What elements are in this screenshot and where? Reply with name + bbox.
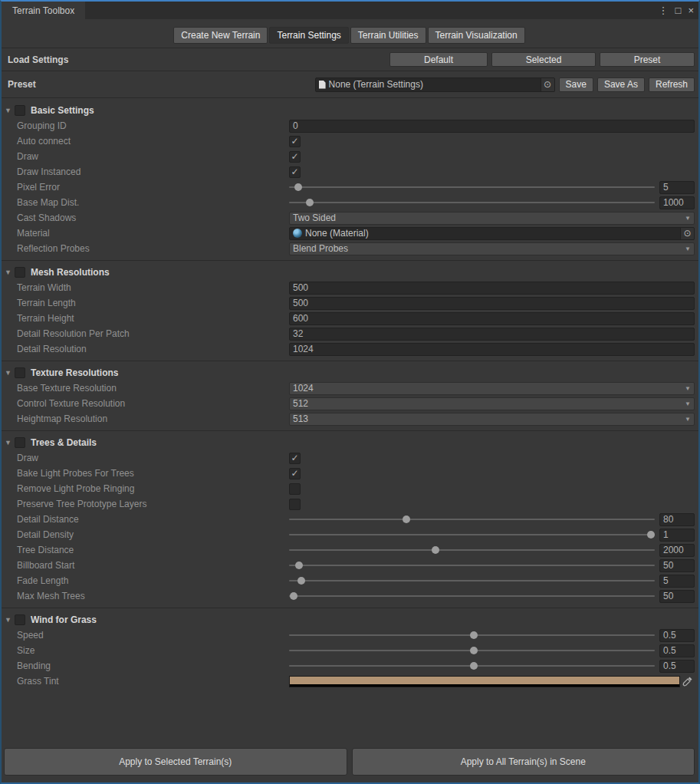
slider-track[interactable]: [289, 542, 655, 558]
foldout-arrow-icon[interactable]: ▼: [5, 268, 15, 276]
base-map-dist-slider[interactable]: 1000: [289, 195, 695, 210]
slider-track[interactable]: [289, 558, 655, 573]
auto-connect-checkbox[interactable]: ✓: [289, 136, 301, 147]
bake-light-probes-for-trees-checkbox[interactable]: ✓: [289, 468, 301, 479]
draw-instanced-checkbox[interactable]: ✓: [289, 166, 301, 178]
max-mesh-trees-slider[interactable]: 50: [289, 588, 695, 604]
slider-knob[interactable]: [647, 531, 655, 539]
close-icon[interactable]: ×: [688, 5, 694, 15]
selected-button[interactable]: Selected: [491, 52, 596, 67]
slider-track[interactable]: [289, 628, 655, 643]
preset-button[interactable]: Preset: [600, 52, 695, 67]
slider-track[interactable]: [289, 573, 655, 588]
section-checkbox[interactable]: [15, 437, 25, 448]
slider-track[interactable]: [289, 588, 655, 604]
kebab-menu-icon[interactable]: ⋮: [659, 5, 669, 15]
slider-knob[interactable]: [403, 516, 410, 523]
terrain-width-field[interactable]: 500: [289, 282, 695, 295]
pixel-error-value-field[interactable]: 5: [659, 181, 695, 194]
draw-checkbox[interactable]: ✓: [289, 453, 301, 464]
speed-slider[interactable]: 0.5: [289, 628, 695, 643]
slider-knob[interactable]: [295, 562, 303, 569]
detail-distance-value-field[interactable]: 80: [659, 513, 695, 526]
detail-resolution-per-patch-field[interactable]: 32: [289, 328, 695, 341]
window-tab[interactable]: Terrain Toolbox: [2, 2, 85, 19]
reflection-probes-dropdown[interactable]: Blend Probes▼: [289, 242, 695, 255]
detail-distance-slider[interactable]: 80: [289, 512, 695, 527]
row-control: ✓: [289, 149, 695, 164]
section-checkbox[interactable]: [15, 267, 25, 278]
bending-slider[interactable]: 0.5: [289, 658, 695, 674]
slider-knob[interactable]: [297, 577, 305, 585]
slider-knob[interactable]: [470, 631, 478, 639]
tab-create-new-terrain[interactable]: Create New Terrain: [173, 27, 268, 44]
apply-to-selected-terrain-s-button[interactable]: Apply to Selected Terrain(s): [4, 748, 347, 776]
preserve-tree-prototype-layers-checkbox[interactable]: [289, 499, 301, 510]
material-object-field[interactable]: None (Material)⊙: [289, 227, 695, 240]
section-checkbox[interactable]: [15, 105, 25, 116]
row-cast-shadows: Cast ShadowsTwo Sided▼: [2, 210, 698, 226]
save-as-button[interactable]: Save As: [597, 77, 645, 92]
default-button[interactable]: Default: [389, 52, 488, 67]
grass-tint-color-field[interactable]: [289, 674, 695, 689]
base-map-dist-value-field[interactable]: 1000: [659, 196, 695, 209]
billboard-start-value-field[interactable]: 50: [659, 559, 695, 572]
object-picker-icon[interactable]: ⊙: [541, 78, 554, 91]
speed-value-field[interactable]: 0.5: [659, 629, 695, 642]
section-title: Wind for Grass: [31, 614, 97, 625]
size-value-field[interactable]: 0.5: [659, 644, 695, 657]
save-button[interactable]: Save: [559, 77, 593, 92]
heightmap-resolution-dropdown[interactable]: 513▼: [289, 413, 695, 426]
chevron-down-icon: ▼: [685, 400, 691, 407]
detail-density-slider[interactable]: 1: [289, 527, 695, 542]
cast-shadows-dropdown[interactable]: Two Sided▼: [289, 212, 695, 225]
slider-knob[interactable]: [290, 592, 297, 600]
object-picker-icon[interactable]: ⊙: [680, 228, 694, 239]
slider-track[interactable]: [289, 527, 655, 542]
maximize-icon[interactable]: □: [675, 5, 682, 15]
detail-density-value-field[interactable]: 1: [659, 529, 695, 542]
slider-track[interactable]: [289, 512, 655, 527]
slider-knob[interactable]: [432, 546, 439, 554]
slider-track[interactable]: [289, 180, 655, 195]
detail-resolution-field[interactable]: 1024: [289, 343, 695, 356]
terrain-height-field[interactable]: 600: [289, 312, 695, 325]
tab-terrain-visualization[interactable]: Terrain Visualization: [428, 27, 525, 44]
terrain-length-field[interactable]: 500: [289, 297, 695, 310]
base-texture-resolution-dropdown[interactable]: 1024▼: [289, 382, 695, 395]
slider-knob[interactable]: [294, 183, 302, 191]
color-swatch[interactable]: [289, 676, 680, 687]
slider-knob[interactable]: [470, 662, 478, 670]
slider-knob[interactable]: [470, 647, 478, 654]
slider-knob[interactable]: [306, 199, 314, 206]
foldout-arrow-icon[interactable]: ▼: [5, 439, 15, 446]
remove-light-probe-ringing-checkbox[interactable]: [289, 483, 301, 495]
fade-length-slider[interactable]: 5: [289, 573, 695, 588]
apply-to-all-terrain-s-in-scene-button[interactable]: Apply to All Terrain(s) in Scene: [352, 748, 695, 776]
refresh-button[interactable]: Refresh: [649, 77, 695, 92]
pixel-error-slider[interactable]: 5: [289, 180, 695, 195]
slider-track[interactable]: [289, 643, 655, 658]
row-label: Terrain Width: [2, 282, 289, 293]
tab-terrain-settings[interactable]: Terrain Settings: [269, 27, 348, 44]
max-mesh-trees-value-field[interactable]: 50: [659, 590, 695, 603]
slider-track[interactable]: [289, 195, 655, 210]
bending-value-field[interactable]: 0.5: [659, 660, 695, 673]
foldout-arrow-icon[interactable]: ▼: [5, 369, 15, 377]
size-slider[interactable]: 0.5: [289, 643, 695, 658]
tree-distance-value-field[interactable]: 2000: [659, 544, 695, 557]
section-checkbox[interactable]: [15, 614, 25, 625]
control-texture-resolution-dropdown[interactable]: 512▼: [289, 397, 695, 410]
billboard-start-slider[interactable]: 50: [289, 558, 695, 573]
foldout-arrow-icon[interactable]: ▼: [5, 616, 15, 624]
tree-distance-slider[interactable]: 2000: [289, 542, 695, 558]
draw-checkbox[interactable]: ✓: [289, 151, 301, 163]
fade-length-value-field[interactable]: 5: [659, 575, 695, 588]
foldout-arrow-icon[interactable]: ▼: [5, 107, 15, 114]
section-checkbox[interactable]: [15, 367, 25, 378]
tab-terrain-utilities[interactable]: Terrain Utilities: [350, 27, 426, 44]
eyedropper-icon[interactable]: [681, 675, 695, 687]
preset-object-field[interactable]: None (Terrain Settings) ⊙: [315, 77, 555, 92]
slider-track[interactable]: [289, 658, 655, 674]
grouping-id-field[interactable]: 0: [289, 120, 695, 133]
